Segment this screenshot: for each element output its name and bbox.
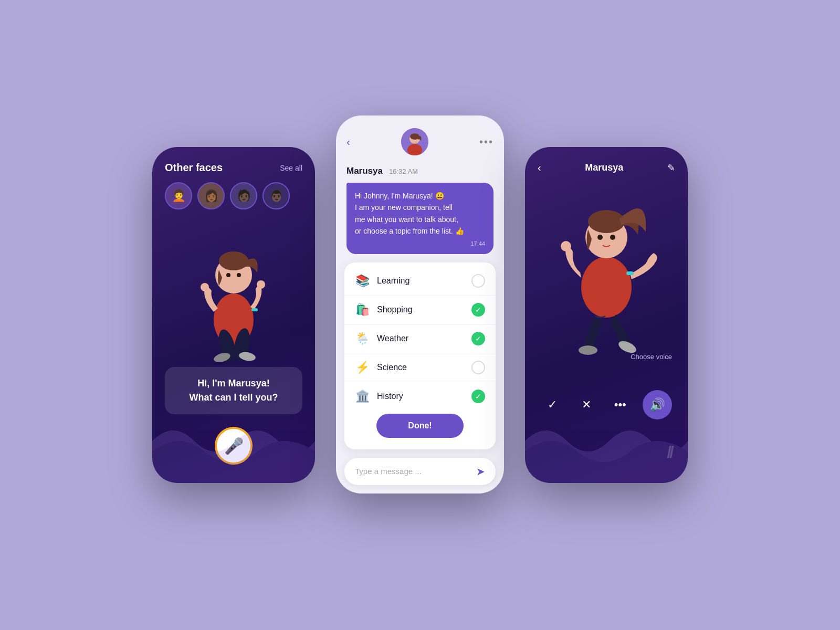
svg-rect-24 [626,271,634,275]
right-edit-button[interactable]: ✎ [667,162,675,174]
topic-item-learning[interactable]: 📚 Learning [344,267,496,296]
message-text: Hi Johnny, I'm Marusya! 😀I am your new c… [355,190,485,237]
mic-button[interactable]: 🎤 [215,427,253,465]
message-bubble: Hi Johnny, I'm Marusya! 😀I am your new c… [346,183,494,254]
check-icon: ✓ [548,398,557,412]
topic-item-weather[interactable]: 🌦️ Weather ✓ [344,324,496,353]
greeting-box: Hi, I'm Marusya! What can I tell you? [165,367,302,414]
svg-point-2 [219,251,248,270]
topic-item-shopping[interactable]: 🛍️ Shopping ✓ [344,296,496,324]
svg-point-20 [610,235,615,240]
svg-point-19 [597,235,603,240]
right-bottom-bar: ✓ ✕ ••• 🔊 [525,382,688,432]
svg-point-21 [561,241,571,251]
topic-label-shopping: Shopping [377,305,464,314]
choose-voice-label: Choose voice [631,353,672,361]
topic-emoji-shopping: 🛍️ [355,303,370,317]
svg-point-16 [581,257,632,318]
left-phone: Other faces See all 🧑‍🦱 👩🏾 🧑🏿 👨🏿 [152,147,315,483]
avatar-3[interactable]: 🧑🏿 [230,182,257,209]
send-button[interactable]: ➤ [476,465,485,478]
topic-label-history: History [377,392,464,401]
svg-point-3 [226,273,230,277]
back-button[interactable]: ‹ [346,136,350,148]
right-back-button[interactable]: ‹ [538,162,541,174]
character-illustration-left [176,225,291,362]
greeting-text: Hi, I'm Marusya! What can I tell you? [173,376,294,405]
more-button[interactable]: ••• [608,393,632,416]
center-phone: ‹ ••• Marusya 16:32 AM Hi Johnny, I'm Ma… [336,116,504,494]
avatar-1[interactable]: 🧑‍🦱 [165,182,192,209]
center-avatar [401,128,428,155]
svg-point-10 [257,280,265,289]
left-header: Other faces See all [152,147,315,182]
topic-item-science[interactable]: ⚡ Science [344,353,496,382]
topic-emoji-science: ⚡ [355,361,370,374]
other-faces-title: Other faces [165,162,223,174]
done-button[interactable]: Done! [376,414,463,438]
close-button[interactable]: ✕ [575,393,598,416]
center-top-bar: ‹ ••• [336,116,504,164]
character-illustration-right [533,182,680,382]
message-timestamp: 17:44 [355,240,485,247]
avatar-2[interactable]: 👩🏾 [197,182,225,209]
topic-check-science[interactable] [471,361,485,374]
more-icon: ••• [614,398,626,412]
character-right: Choose voice [525,182,688,382]
topic-label-science: Science [377,363,464,372]
done-btn-container: Done! [344,411,496,445]
check-button[interactable]: ✓ [541,393,564,416]
topic-item-history[interactable]: 🏛️ History ✓ [344,382,496,411]
voice-button[interactable]: 🔊 [643,390,672,419]
speaker-icon: 🔊 [649,397,665,412]
svg-point-9 [201,283,209,291]
phones-container: Other faces See all 🧑‍🦱 👩🏾 🧑🏿 👨🏿 [152,136,688,494]
topic-check-shopping[interactable]: ✓ [471,303,485,317]
right-title: Marusya [585,162,623,173]
topic-label-weather: Weather [377,334,464,343]
svg-point-22 [579,345,597,355]
message-input-area[interactable]: Type a message ... ➤ [344,458,496,485]
see-all-link[interactable]: See all [280,164,302,172]
decorative-slashes: // [667,443,672,462]
topic-emoji-weather: 🌦️ [355,332,370,345]
right-header: ‹ Marusya ✎ [525,147,688,182]
topic-emoji-history: 🏛️ [355,390,370,403]
avatars-row: 🧑‍🦱 👩🏾 🧑🏿 👨🏿 [152,182,315,220]
avatar-4[interactable]: 👨🏿 [262,182,290,209]
topic-check-weather[interactable]: ✓ [471,332,485,345]
topic-check-history[interactable]: ✓ [471,390,485,403]
close-icon: ✕ [582,398,591,412]
topic-check-learning[interactable] [471,274,485,288]
chat-info: Marusya 16:32 AM [336,164,504,183]
chat-name: Marusya [346,166,383,176]
chat-time: 16:32 AM [389,167,418,175]
mic-icon: 🎤 [224,437,244,455]
svg-rect-11 [251,308,258,311]
message-input-placeholder: Type a message ... [355,467,476,476]
topic-list: 📚 Learning 🛍️ Shopping ✓ 🌦️ Weather ✓ ⚡ … [344,262,496,449]
topic-label-learning: Learning [377,276,464,286]
right-phone: ‹ Marusya ✎ [525,147,688,483]
more-options-button[interactable]: ••• [479,136,494,148]
character-left [152,220,315,367]
svg-point-4 [237,273,241,277]
topic-emoji-learning: 📚 [355,274,370,288]
mic-button-container: 🎤 [152,414,315,475]
